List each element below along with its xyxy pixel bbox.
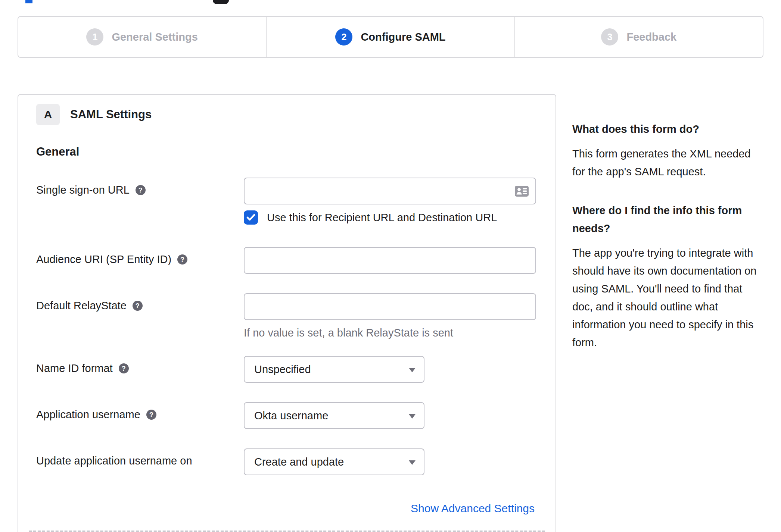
- app-username-control: Okta username: [244, 402, 535, 429]
- sidebar-section-what: What does this form do? This form genera…: [572, 120, 765, 181]
- sidebar-heading-where: Where do I find the info this form needs…: [572, 201, 765, 237]
- advanced-settings-row: Show Advanced Settings: [36, 502, 535, 515]
- step-label: Feedback: [626, 31, 676, 43]
- update-username-label-text: Update application username on: [36, 454, 192, 467]
- relaystate-help-icon[interactable]: ?: [133, 301, 143, 311]
- sso-url-label: Single sign-on URL ?: [36, 178, 244, 196]
- update-username-control: Create and update: [244, 448, 535, 475]
- nameid-format-value: Unspecified: [254, 363, 311, 376]
- relaystate-control: If no value is set, a blank RelayState i…: [244, 293, 536, 339]
- form-row-audience: Audience URI (SP Entity ID) ?: [36, 247, 535, 274]
- contact-card-icon[interactable]: [515, 186, 529, 197]
- update-username-label: Update application username on: [36, 448, 244, 467]
- app-username-select[interactable]: Okta username: [244, 402, 424, 429]
- nameid-format-label: Name ID format ?: [36, 356, 244, 375]
- app-username-value: Okta username: [254, 410, 328, 422]
- section-title: SAML Settings: [70, 108, 152, 121]
- sso-url-control: Use this for Recipient URL and Destinati…: [244, 178, 536, 225]
- wizard-stepper: 1 General Settings 2 Configure SAML 3 Fe…: [18, 16, 763, 58]
- step-number-badge: 2: [335, 28, 352, 46]
- step-number-badge: 1: [86, 28, 103, 46]
- audience-uri-label-text: Audience URI (SP Entity ID): [36, 253, 171, 266]
- nameid-format-label-text: Name ID format: [36, 362, 113, 375]
- form-row-sso: Single sign-on URL ?: [36, 178, 535, 225]
- audience-help-icon[interactable]: ?: [177, 254, 187, 265]
- sidebar-body-what: This form generates the XML needed for t…: [572, 145, 765, 181]
- chevron-down-icon: [409, 368, 416, 372]
- form-row-appusername: Application username ? Okta username: [36, 402, 535, 429]
- form-row-nameid: Name ID format ? Unspecified: [36, 356, 535, 383]
- clipped-header-accent: [25, 0, 32, 3]
- update-username-value: Create and update: [254, 456, 344, 468]
- sidebar-body-where: The app you're trying to integrate with …: [572, 244, 765, 351]
- sso-url-input[interactable]: [244, 178, 536, 204]
- recipient-url-checkbox[interactable]: [244, 210, 258, 225]
- saml-settings-panel: A SAML Settings General Single sign-on U…: [18, 94, 556, 532]
- relaystate-label-text: Default RelayState: [36, 299, 127, 312]
- relaystate-label: Default RelayState ?: [36, 293, 244, 312]
- clipped-header-glyph: [213, 0, 229, 4]
- app-username-label: Application username ?: [36, 402, 244, 421]
- recipient-url-check-row: Use this for Recipient URL and Destinati…: [244, 210, 536, 225]
- chevron-down-icon: [409, 414, 416, 419]
- audience-uri-label: Audience URI (SP Entity ID) ?: [36, 247, 244, 266]
- group-title-general: General: [36, 145, 535, 159]
- relaystate-input[interactable]: [244, 293, 536, 320]
- step-number-badge: 3: [601, 28, 618, 46]
- sidebar-section-where: Where do I find the info this form needs…: [572, 201, 765, 351]
- show-advanced-settings-link[interactable]: Show Advanced Settings: [411, 502, 535, 514]
- step-configure-saml[interactable]: 2 Configure SAML: [266, 17, 514, 57]
- step-feedback[interactable]: 3 Feedback: [514, 17, 763, 57]
- section-badge: A: [36, 104, 60, 125]
- sso-help-icon[interactable]: ?: [136, 185, 146, 195]
- section-dashed-divider: [29, 531, 545, 532]
- sidebar-heading-what: What does this form do?: [572, 120, 765, 138]
- step-general-settings[interactable]: 1 General Settings: [18, 17, 266, 57]
- help-sidebar: What does this form do? This form genera…: [572, 120, 765, 351]
- step-label: Configure SAML: [361, 31, 445, 43]
- form-row-update-username: Update application username on Create an…: [36, 448, 535, 475]
- nameid-format-select[interactable]: Unspecified: [244, 356, 424, 383]
- relaystate-helper-text: If no value is set, a blank RelayState i…: [244, 327, 536, 339]
- nameid-help-icon[interactable]: ?: [119, 363, 129, 373]
- nameid-format-control: Unspecified: [244, 356, 535, 383]
- app-username-help-icon[interactable]: ?: [146, 410, 156, 420]
- audience-uri-input[interactable]: [244, 247, 536, 274]
- sso-url-label-text: Single sign-on URL: [36, 184, 130, 196]
- step-label: General Settings: [112, 31, 197, 43]
- chevron-down-icon: [409, 460, 416, 465]
- form-row-relaystate: Default RelayState ? If no value is set,…: [36, 293, 535, 339]
- section-header: A SAML Settings: [36, 104, 535, 125]
- app-username-label-text: Application username: [36, 408, 140, 421]
- recipient-url-checkbox-label[interactable]: Use this for Recipient URL and Destinati…: [267, 212, 497, 224]
- audience-uri-control: [244, 247, 536, 274]
- update-username-select[interactable]: Create and update: [244, 448, 424, 475]
